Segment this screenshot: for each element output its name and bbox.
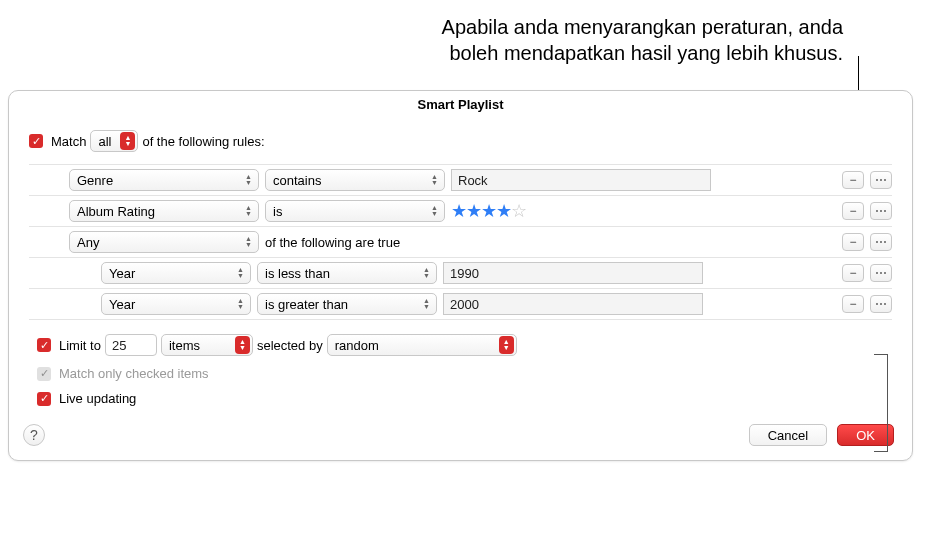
match-prefix: Match bbox=[51, 134, 86, 149]
rule-more-button[interactable] bbox=[870, 264, 892, 282]
chevrons-icon: ▲▼ bbox=[235, 336, 250, 354]
chevrons-icon: ▲▼ bbox=[241, 233, 256, 251]
rule-field-value: Genre bbox=[77, 173, 113, 188]
star-filled-icon: ★ bbox=[466, 200, 481, 222]
chevrons-icon: ▲▼ bbox=[419, 264, 434, 282]
rule-more-button[interactable] bbox=[870, 202, 892, 220]
rule-row: Year ▲▼ is less than ▲▼ 1990 bbox=[29, 258, 892, 289]
options-section: ✓ Limit to 25 items ▲▼ selected by rando… bbox=[29, 320, 892, 406]
rule-row: Album Rating ▲▼ is ▲▼ ★ ★ ★ ★ ☆ bbox=[29, 196, 892, 227]
live-updating-checkbox[interactable]: ✓ bbox=[37, 392, 51, 406]
rule-op-popup[interactable]: is less than ▲▼ bbox=[257, 262, 437, 284]
rule-op-value: is bbox=[273, 204, 282, 219]
rule-remove-button[interactable] bbox=[842, 233, 864, 251]
match-suffix: of the following rules: bbox=[142, 134, 264, 149]
rule-value-text: Rock bbox=[458, 173, 488, 188]
limit-selectedby-label: selected by bbox=[257, 338, 323, 353]
smart-playlist-dialog: Smart Playlist ✓ Match all ▲▼ of the fol… bbox=[8, 90, 913, 461]
match-row: ✓ Match all ▲▼ of the following rules: bbox=[29, 130, 892, 152]
limit-label: Limit to bbox=[59, 338, 101, 353]
star-filled-icon: ★ bbox=[496, 200, 511, 222]
help-icon: ? bbox=[30, 427, 38, 443]
chevrons-icon: ▲▼ bbox=[233, 295, 248, 313]
annotation-line1: Apabila anda menyarangkan peraturan, and… bbox=[442, 16, 843, 38]
rule-more-button[interactable] bbox=[870, 171, 892, 189]
limit-count-value: 25 bbox=[112, 338, 126, 353]
rule-value-text: 1990 bbox=[450, 266, 479, 281]
match-checkbox[interactable]: ✓ bbox=[29, 134, 43, 148]
limit-row: ✓ Limit to 25 items ▲▼ selected by rando… bbox=[37, 334, 892, 356]
rule-remove-button[interactable] bbox=[842, 295, 864, 313]
star-filled-icon: ★ bbox=[451, 200, 466, 222]
dialog-footer: ? Cancel OK bbox=[9, 406, 912, 446]
rule-row: Any ▲▼ of the following are true bbox=[29, 227, 892, 258]
rule-field-popup[interactable]: Year ▲▼ bbox=[101, 293, 251, 315]
match-checked-row: ✓ Match only checked items bbox=[37, 366, 892, 381]
rule-op-popup[interactable]: is greater than ▲▼ bbox=[257, 293, 437, 315]
rule-field-popup[interactable]: Year ▲▼ bbox=[101, 262, 251, 284]
rule-group-suffix: of the following are true bbox=[265, 235, 400, 250]
rule-field-popup[interactable]: Any ▲▼ bbox=[69, 231, 259, 253]
rule-row: Year ▲▼ is greater than ▲▼ 2000 bbox=[29, 289, 892, 320]
rule-field-popup[interactable]: Album Rating ▲▼ bbox=[69, 200, 259, 222]
match-mode-value: all bbox=[98, 134, 111, 149]
limit-unit-value: items bbox=[169, 338, 200, 353]
chevrons-icon: ▲▼ bbox=[241, 202, 256, 220]
rule-field-popup[interactable]: Genre ▲▼ bbox=[69, 169, 259, 191]
rule-field-value: Any bbox=[77, 235, 99, 250]
rule-op-value: is greater than bbox=[265, 297, 348, 312]
rule-field-value: Year bbox=[109, 266, 135, 281]
nested-rules-bracket bbox=[874, 354, 888, 452]
limit-selectedby-popup[interactable]: random ▲▼ bbox=[327, 334, 517, 356]
annotation-text: Apabila anda menyarangkan peraturan, and… bbox=[8, 8, 923, 78]
rule-more-button[interactable] bbox=[870, 295, 892, 313]
ok-button-label: OK bbox=[856, 428, 875, 443]
annotation-line2: boleh mendapatkan hasil yang lebih khusu… bbox=[449, 42, 843, 64]
help-button[interactable]: ? bbox=[23, 424, 45, 446]
rules-list: Genre ▲▼ contains ▲▼ Rock Album Rating bbox=[29, 164, 892, 320]
rule-remove-button[interactable] bbox=[842, 264, 864, 282]
rule-field-value: Year bbox=[109, 297, 135, 312]
rule-remove-button[interactable] bbox=[842, 202, 864, 220]
match-checked-label: Match only checked items bbox=[59, 366, 209, 381]
dialog-title: Smart Playlist bbox=[9, 91, 912, 122]
chevrons-icon: ▲▼ bbox=[241, 171, 256, 189]
rule-value-text: 2000 bbox=[450, 297, 479, 312]
limit-selectedby-value: random bbox=[335, 338, 379, 353]
match-checked-checkbox: ✓ bbox=[37, 367, 51, 381]
rule-value-input[interactable]: 1990 bbox=[443, 262, 703, 284]
rule-op-value: contains bbox=[273, 173, 321, 188]
cancel-button[interactable]: Cancel bbox=[749, 424, 827, 446]
chevrons-icon: ▲▼ bbox=[427, 171, 442, 189]
chevrons-icon: ▲▼ bbox=[499, 336, 514, 354]
rule-row: Genre ▲▼ contains ▲▼ Rock bbox=[29, 165, 892, 196]
star-filled-icon: ★ bbox=[481, 200, 496, 222]
rule-remove-button[interactable] bbox=[842, 171, 864, 189]
star-empty-icon: ☆ bbox=[511, 200, 526, 222]
chevrons-icon: ▲▼ bbox=[419, 295, 434, 313]
rule-star-rating[interactable]: ★ ★ ★ ★ ☆ bbox=[451, 200, 526, 222]
limit-unit-popup[interactable]: items ▲▼ bbox=[161, 334, 253, 356]
rule-op-popup[interactable]: contains ▲▼ bbox=[265, 169, 445, 191]
rule-more-button[interactable] bbox=[870, 233, 892, 251]
chevrons-icon: ▲▼ bbox=[120, 132, 135, 150]
rule-value-input[interactable]: Rock bbox=[451, 169, 711, 191]
rule-op-value: is less than bbox=[265, 266, 330, 281]
match-mode-popup[interactable]: all ▲▼ bbox=[90, 130, 138, 152]
chevrons-icon: ▲▼ bbox=[427, 202, 442, 220]
rule-value-input[interactable]: 2000 bbox=[443, 293, 703, 315]
chevrons-icon: ▲▼ bbox=[233, 264, 248, 282]
limit-count-input[interactable]: 25 bbox=[105, 334, 157, 356]
limit-checkbox[interactable]: ✓ bbox=[37, 338, 51, 352]
live-updating-label: Live updating bbox=[59, 391, 136, 406]
rule-op-popup[interactable]: is ▲▼ bbox=[265, 200, 445, 222]
rule-field-value: Album Rating bbox=[77, 204, 155, 219]
live-updating-row: ✓ Live updating bbox=[37, 391, 892, 406]
cancel-button-label: Cancel bbox=[768, 428, 808, 443]
